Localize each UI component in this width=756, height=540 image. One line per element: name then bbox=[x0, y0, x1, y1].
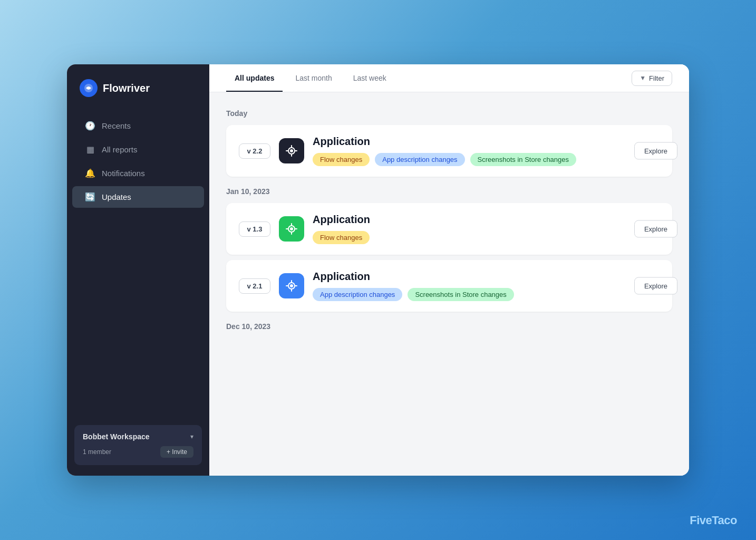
tag-app-desc-changes: App description changes bbox=[313, 288, 402, 301]
tags-container: Flow changes App description changes Scr… bbox=[313, 153, 660, 166]
app-details: Application Flow changes App description… bbox=[313, 136, 660, 166]
updates-icon: 🔄 bbox=[85, 192, 95, 202]
version-badge: v 2.1 bbox=[239, 278, 270, 294]
filter-button[interactable]: ▼ Filter bbox=[632, 71, 672, 86]
grid-icon: ▦ bbox=[85, 144, 95, 155]
app-icon bbox=[279, 273, 304, 298]
svg-point-12 bbox=[290, 227, 293, 230]
main-content: All updates Last month Last week ▼ Filte… bbox=[209, 64, 689, 476]
app-name: Flowriver bbox=[103, 82, 150, 94]
explore-button[interactable]: Explore bbox=[634, 220, 677, 238]
date-label: Dec 10, 2023 bbox=[226, 318, 672, 333]
sidebar-item-notifications[interactable]: 🔔 Notifications bbox=[72, 162, 204, 184]
tab-last-month[interactable]: Last month bbox=[287, 64, 340, 92]
app-icon bbox=[279, 138, 304, 163]
tags-container: App description changes Screenshots in S… bbox=[313, 288, 660, 301]
tab-last-week[interactable]: Last week bbox=[345, 64, 395, 92]
tabs-bar: All updates Last month Last week ▼ Filte… bbox=[209, 64, 689, 92]
bell-icon: 🔔 bbox=[85, 168, 95, 178]
sidebar-item-label: All reports bbox=[102, 145, 138, 154]
filter-icon: ▼ bbox=[639, 74, 646, 82]
sidebar: Flowriver 🕐 Recents ▦ All reports 🔔 Noti… bbox=[67, 64, 209, 476]
update-card: v 2.2 Application bbox=[226, 125, 672, 177]
sidebar-item-recents[interactable]: 🕐 Recents bbox=[72, 115, 204, 137]
fivetaco-brand: FiveTaco bbox=[690, 514, 737, 527]
date-section-dec2023: Dec 10, 2023 bbox=[226, 318, 672, 333]
tag-app-desc-changes: App description changes bbox=[375, 153, 464, 166]
date-label: Today bbox=[226, 105, 672, 120]
svg-point-18 bbox=[290, 284, 293, 287]
chevron-down-icon: ▾ bbox=[190, 433, 193, 440]
app-icon bbox=[279, 216, 304, 242]
workspace-name: Bobbet Workspace bbox=[83, 432, 150, 441]
sidebar-item-label: Updates bbox=[102, 192, 131, 201]
clock-icon: 🕐 bbox=[85, 121, 95, 131]
invite-button[interactable]: + Invite bbox=[160, 446, 193, 458]
app-name-label: Application bbox=[313, 136, 660, 148]
tab-all-updates[interactable]: All updates bbox=[226, 64, 283, 92]
update-card: v 1.3 Application bbox=[226, 203, 672, 255]
tag-screenshots-changes: Screenshots in Store changes bbox=[470, 153, 576, 166]
explore-button[interactable]: Explore bbox=[634, 142, 677, 160]
date-section-today: Today v 2.2 Applica bbox=[226, 105, 672, 177]
content-area: Today v 2.2 Applica bbox=[209, 92, 689, 476]
sidebar-item-updates[interactable]: 🔄 Updates bbox=[72, 186, 204, 208]
sidebar-logo: Flowriver bbox=[67, 79, 209, 114]
brand-label: FiveTaco bbox=[690, 514, 737, 527]
logo-icon bbox=[80, 79, 98, 97]
app-name-label: Application bbox=[313, 214, 660, 226]
version-badge: v 1.3 bbox=[239, 221, 270, 237]
app-name-label: Application bbox=[313, 271, 660, 283]
workspace-card: Bobbet Workspace ▾ 1 member + Invite bbox=[74, 425, 202, 465]
date-label: Jan 10, 2023 bbox=[226, 183, 672, 198]
sidebar-item-label: Notifications bbox=[102, 169, 145, 178]
tags-container: Flow changes bbox=[313, 231, 660, 244]
tag-flow-changes: Flow changes bbox=[313, 231, 370, 244]
app-details: Application Flow changes bbox=[313, 214, 660, 244]
explore-button[interactable]: Explore bbox=[634, 277, 677, 295]
update-card: v 2.1 Application bbox=[226, 260, 672, 312]
app-details: Application App description changes Scre… bbox=[313, 271, 660, 301]
date-section-jan2023: Jan 10, 2023 v 1.3 bbox=[226, 183, 672, 312]
app-window: Flowriver 🕐 Recents ▦ All reports 🔔 Noti… bbox=[67, 64, 689, 476]
filter-label: Filter bbox=[649, 74, 664, 82]
svg-point-6 bbox=[290, 149, 293, 152]
tag-screenshots-changes: Screenshots in Store changes bbox=[408, 288, 513, 301]
tag-flow-changes: Flow changes bbox=[313, 153, 370, 166]
version-badge: v 2.2 bbox=[239, 143, 270, 159]
workspace-header: Bobbet Workspace ▾ bbox=[83, 432, 193, 441]
member-count: 1 member bbox=[83, 448, 111, 456]
workspace-footer: 1 member + Invite bbox=[83, 446, 193, 458]
sidebar-item-all-reports[interactable]: ▦ All reports bbox=[72, 139, 204, 160]
sidebar-item-label: Recents bbox=[102, 121, 131, 130]
